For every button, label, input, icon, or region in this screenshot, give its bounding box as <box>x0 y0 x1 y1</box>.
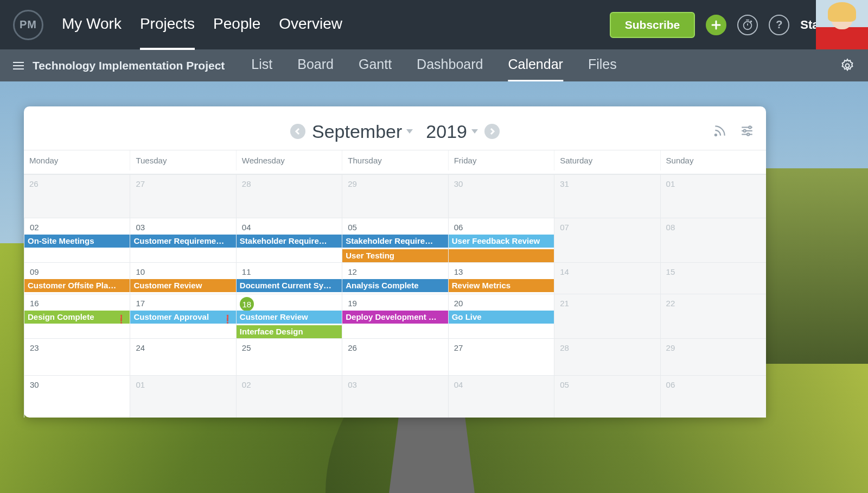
calendar-event[interactable]: Stakeholder Require… <box>237 235 342 248</box>
day-cell[interactable]: 06 <box>660 375 766 418</box>
day-cell[interactable]: 04 <box>448 375 554 418</box>
day-cell[interactable]: 12Analysis Complete <box>342 262 448 294</box>
day-cell[interactable]: 03Customer Requireme… <box>130 218 235 262</box>
dow-sun: Sunday <box>660 150 766 170</box>
day-cell[interactable]: 07 <box>554 218 660 262</box>
calendar-event[interactable]: Document Current Sy… <box>237 279 342 292</box>
day-cell[interactable]: 16Design Complete❗ <box>24 294 130 338</box>
month-picker[interactable]: September <box>312 121 413 142</box>
subscribe-button[interactable]: Subscribe <box>610 12 695 38</box>
nav-people[interactable]: People <box>213 0 260 50</box>
year-picker[interactable]: 2019 <box>426 121 478 142</box>
sliders-icon <box>740 124 754 138</box>
project-bar: Technology Implementation Project List B… <box>0 49 868 81</box>
day-cell[interactable]: 05Stakeholder Require…User Testing <box>342 218 448 262</box>
calendar-event[interactable]: Deploy Development … <box>342 311 448 324</box>
day-number: 25 <box>242 343 251 352</box>
calendar-event[interactable]: Review Metrics <box>449 279 554 292</box>
help-button[interactable]: ? <box>769 15 789 35</box>
day-cell[interactable]: 21 <box>554 294 660 338</box>
day-cell[interactable]: 30 <box>24 375 130 418</box>
next-month-button[interactable] <box>484 124 500 139</box>
dropdown-icon <box>471 129 478 134</box>
day-cell[interactable]: 22 <box>660 294 766 338</box>
day-cell[interactable]: 03 <box>342 375 448 418</box>
calendar-event[interactable] <box>449 249 554 262</box>
rss-button[interactable] <box>713 124 727 138</box>
day-cell[interactable]: 31 <box>554 174 660 218</box>
day-cell[interactable]: 02 <box>236 375 342 418</box>
tab-dashboard[interactable]: Dashboard <box>417 49 483 82</box>
calendar-event[interactable]: Customer Review <box>130 279 235 292</box>
menu-icon[interactable] <box>13 62 24 69</box>
nav-projects[interactable]: Projects <box>140 0 195 50</box>
day-cell[interactable]: 08 <box>660 218 766 262</box>
day-cell[interactable]: 29 <box>342 174 448 218</box>
day-cell[interactable]: 06User Feedback Review <box>448 218 554 262</box>
calendar-event[interactable]: User Feedback Review <box>449 235 554 248</box>
app-logo[interactable]: PM <box>13 10 43 40</box>
day-cell[interactable]: 01 <box>660 174 766 218</box>
day-cell[interactable]: 13Review Metrics <box>448 262 554 294</box>
calendar-event[interactable]: Interface Design <box>237 325 342 338</box>
tab-board[interactable]: Board <box>297 49 334 82</box>
day-cell[interactable]: 26 <box>342 338 448 375</box>
tab-files[interactable]: Files <box>588 49 617 82</box>
calendar-event[interactable]: Customer Review <box>237 311 342 324</box>
day-number: 04 <box>242 223 251 232</box>
svg-point-2 <box>846 64 850 67</box>
calendar-event[interactable]: User Testing <box>342 249 448 262</box>
tab-list[interactable]: List <box>251 49 272 82</box>
day-cell[interactable]: 04Stakeholder Require… <box>236 218 342 262</box>
day-cell[interactable]: 28 <box>236 174 342 218</box>
user-avatar[interactable] <box>816 0 868 49</box>
day-cell[interactable]: 27 <box>448 338 554 375</box>
day-number: 14 <box>560 267 569 276</box>
day-cell[interactable]: 20Go Live <box>448 294 554 338</box>
day-cell[interactable]: 09Customer Offsite Pla… <box>24 262 130 294</box>
day-number: 08 <box>666 223 675 232</box>
day-cell[interactable]: 11Document Current Sy… <box>236 262 342 294</box>
day-cell[interactable]: 01 <box>130 375 235 418</box>
day-cell[interactable]: 30 <box>448 174 554 218</box>
calendar-event[interactable]: Go Live <box>449 311 554 324</box>
day-cell[interactable]: 18Customer ReviewInterface Design <box>236 294 342 338</box>
day-cell[interactable]: 26 <box>24 174 130 218</box>
prev-month-button[interactable] <box>290 124 305 139</box>
day-number: 30 <box>30 380 39 389</box>
day-cell[interactable]: 19Deploy Development … <box>342 294 448 338</box>
day-number: 15 <box>666 267 675 276</box>
day-cell[interactable]: 17Customer Approval❗ <box>130 294 235 338</box>
nav-my-work[interactable]: My Work <box>62 0 122 50</box>
day-cell[interactable]: 27 <box>130 174 235 218</box>
calendar-event[interactable]: On-Site Meetings <box>24 235 130 248</box>
day-cell[interactable]: 24 <box>130 338 235 375</box>
day-cell[interactable]: 15 <box>660 262 766 294</box>
day-cell[interactable]: 14 <box>554 262 660 294</box>
dow-mon: Monday <box>24 150 130 170</box>
calendar-event[interactable]: Customer Offsite Pla… <box>24 279 130 292</box>
tab-calendar[interactable]: Calendar <box>508 49 563 82</box>
add-button[interactable] <box>706 15 726 35</box>
view-tabs: List Board Gantt Dashboard Calendar File… <box>251 49 616 82</box>
calendar-event[interactable]: Customer Approval❗ <box>130 311 235 324</box>
day-number: 01 <box>136 380 145 389</box>
calendar-event[interactable]: Stakeholder Require… <box>342 235 448 248</box>
day-cell[interactable]: 25 <box>236 338 342 375</box>
day-cell[interactable]: 29 <box>660 338 766 375</box>
settings-button[interactable] <box>840 58 855 73</box>
nav-overview[interactable]: Overview <box>279 0 342 50</box>
day-number: 23 <box>30 343 39 352</box>
tab-gantt[interactable]: Gantt <box>359 49 392 82</box>
day-cell[interactable]: 28 <box>554 338 660 375</box>
day-cell[interactable]: 10Customer Review <box>130 262 235 294</box>
svg-point-3 <box>715 134 717 136</box>
filter-button[interactable] <box>740 124 754 138</box>
day-cell[interactable]: 02On-Site Meetings <box>24 218 130 262</box>
calendar-event[interactable]: Design Complete❗ <box>24 311 130 324</box>
calendar-event[interactable]: Customer Requireme… <box>130 235 235 248</box>
calendar-event[interactable]: Analysis Complete <box>342 279 448 292</box>
day-cell[interactable]: 23 <box>24 338 130 375</box>
day-cell[interactable]: 05 <box>554 375 660 418</box>
timer-button[interactable] <box>737 15 758 35</box>
